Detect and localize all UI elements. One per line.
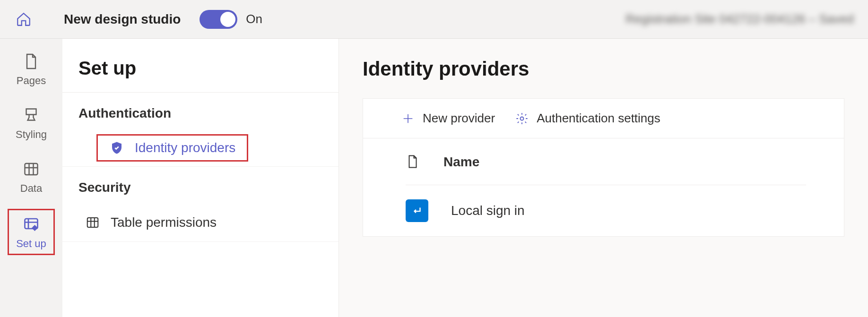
- setup-icon: [22, 215, 41, 234]
- nav-rail: Pages Styling Data Set up: [0, 39, 62, 317]
- table-row[interactable]: Local sign in: [406, 185, 806, 222]
- table-icon: [22, 160, 41, 179]
- plus-icon: [401, 111, 415, 126]
- studio-title: New design studio: [64, 12, 181, 27]
- sidebar-item-identity-providers[interactable]: Identity providers: [62, 129, 339, 167]
- nav-label: Styling: [16, 129, 47, 141]
- home-icon[interactable]: [14, 10, 33, 29]
- gear-icon: [515, 111, 529, 126]
- svg-point-2: [33, 226, 37, 231]
- column-name[interactable]: Name: [443, 154, 479, 170]
- svg-rect-3: [87, 218, 98, 227]
- top-bar: New design studio On Registration Site 0…: [0, 0, 868, 39]
- toggle-label: On: [246, 12, 262, 26]
- nav-label: Set up: [16, 238, 46, 250]
- brush-icon: [22, 106, 41, 125]
- main-content: Identity providers New provider Authenti…: [339, 39, 868, 317]
- table-icon: [85, 215, 100, 230]
- document-icon: [406, 153, 421, 171]
- cmd-label: Authentication settings: [537, 111, 660, 126]
- table-header: Name: [406, 153, 806, 185]
- toggle-switch-icon[interactable]: [200, 10, 237, 29]
- svg-point-4: [521, 117, 524, 120]
- setup-side-panel: Set up Authentication Identity providers…: [62, 39, 339, 317]
- site-status-text: Registration Site 042722-004126 – Saved: [625, 12, 854, 26]
- page-title: Identity providers: [363, 58, 844, 80]
- sidebar-item-label: Identity providers: [135, 140, 235, 155]
- shield-check-icon: [109, 140, 124, 155]
- new-provider-button[interactable]: New provider: [401, 111, 495, 126]
- section-authentication: Authentication: [62, 93, 339, 129]
- panel-title: Set up: [62, 39, 339, 93]
- command-bar: New provider Authentication settings: [363, 99, 844, 138]
- nav-item-styling[interactable]: Styling: [8, 101, 55, 145]
- nav-item-pages[interactable]: Pages: [8, 47, 55, 91]
- design-toggle[interactable]: On: [200, 10, 262, 29]
- nav-item-setup[interactable]: Set up: [8, 209, 55, 255]
- auth-settings-button[interactable]: Authentication settings: [515, 111, 660, 126]
- nav-item-data[interactable]: Data: [8, 155, 55, 198]
- cmd-label: New provider: [423, 111, 495, 126]
- nav-label: Data: [20, 182, 42, 195]
- row-name: Local sign in: [451, 203, 525, 218]
- section-security: Security: [62, 167, 339, 204]
- page-icon: [22, 52, 41, 71]
- sidebar-item-label: Table permissions: [111, 215, 217, 230]
- nav-label: Pages: [17, 75, 46, 87]
- sidebar-item-table-permissions[interactable]: Table permissions: [62, 204, 339, 242]
- enter-key-icon: [406, 199, 428, 222]
- svg-rect-0: [25, 163, 38, 175]
- providers-card: New provider Authentication settings Nam…: [363, 98, 844, 237]
